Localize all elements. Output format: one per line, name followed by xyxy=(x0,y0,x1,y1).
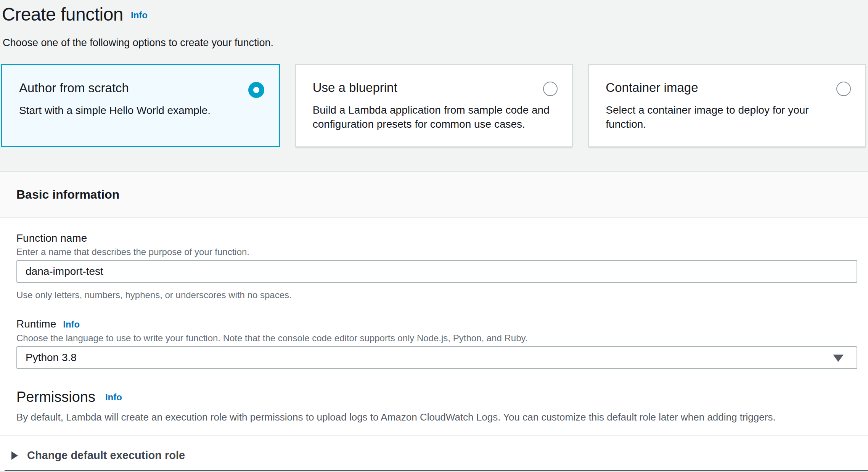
radio-unselected-icon[interactable] xyxy=(543,82,558,96)
basic-information-body: Function name Enter a name that describe… xyxy=(0,218,868,423)
card-container-image[interactable]: Container image Select a container image… xyxy=(588,64,866,147)
permissions-info-link[interactable]: Info xyxy=(105,392,122,402)
radio-unselected-icon[interactable] xyxy=(836,82,851,96)
runtime-info-link[interactable]: Info xyxy=(63,319,80,329)
page-subtitle: Choose one of the following options to c… xyxy=(2,36,868,49)
chevron-right-icon xyxy=(11,451,18,460)
basic-information-heading: Basic information xyxy=(16,188,852,202)
radio-selected-icon[interactable] xyxy=(248,82,264,98)
runtime-label: Runtime xyxy=(16,318,56,330)
create-function-info-link[interactable]: Info xyxy=(131,10,148,20)
runtime-selected-value: Python 3.8 xyxy=(26,352,77,363)
permissions-heading-row: PermissionsInfo xyxy=(16,388,857,406)
permissions-description: By default, Lambda will create an execut… xyxy=(16,411,857,423)
card-description: Build a Lambda application from sample c… xyxy=(313,103,556,131)
function-name-constraint: Use only letters, numbers, hyphens, or u… xyxy=(16,289,857,301)
creation-option-cards: Author from scratch Start with a simple … xyxy=(1,64,866,147)
chevron-down-icon xyxy=(833,355,844,362)
runtime-select[interactable]: Python 3.8 xyxy=(16,346,857,369)
card-title: Container image xyxy=(606,80,849,95)
card-title: Author from scratch xyxy=(19,80,262,96)
card-title: Use a blueprint xyxy=(313,80,556,95)
function-name-field: Function name Enter a name that describe… xyxy=(16,218,857,301)
basic-information-header: Basic information xyxy=(0,171,868,218)
expander-label: Change default execution role xyxy=(27,449,185,462)
function-name-label: Function name xyxy=(16,232,857,245)
card-author-from-scratch[interactable]: Author from scratch Start with a simple … xyxy=(1,64,280,147)
function-name-input[interactable] xyxy=(16,260,857,283)
runtime-label-row: RuntimeInfo xyxy=(16,318,857,331)
card-description: Start with a simple Hello World example. xyxy=(19,103,262,117)
page-title: Create function xyxy=(2,4,123,24)
runtime-description: Choose the language to use to write your… xyxy=(16,332,857,344)
runtime-field: RuntimeInfo Choose the language to use t… xyxy=(16,318,857,369)
card-description: Select a container image to deploy for y… xyxy=(606,103,849,131)
change-default-execution-role-expander[interactable]: Change default execution role xyxy=(0,436,868,470)
card-use-a-blueprint[interactable]: Use a blueprint Build a Lambda applicati… xyxy=(295,64,573,147)
page-header: Create functionInfo Choose one of the fo… xyxy=(0,0,868,49)
function-name-description: Enter a name that describes the purpose … xyxy=(16,246,857,258)
create-function-form-panel: Basic information Function name Enter a … xyxy=(0,171,868,472)
permissions-heading: Permissions xyxy=(16,389,95,405)
